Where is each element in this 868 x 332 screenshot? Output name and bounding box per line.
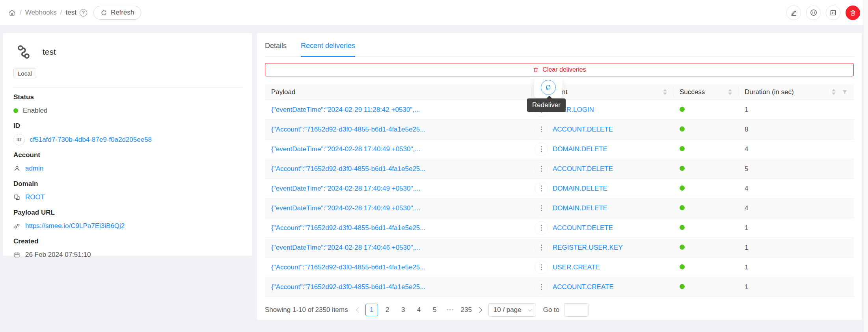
payload-link[interactable]: {"Account":"71652d92-d3f0-4855-b6d1-4fa1… (271, 126, 425, 133)
created-label: Created (13, 237, 242, 245)
tooltip-label: Redeliver (532, 101, 561, 109)
payload-link[interactable]: {"Account":"71652d92-d3f0-4855-b6d1-4fa1… (271, 263, 425, 271)
row-actions-button[interactable] (535, 123, 548, 136)
payload-link[interactable]: {"eventDateTime":"2024-02-29 11:28:42 +0… (271, 106, 420, 113)
duration-cell: 1 (738, 224, 854, 232)
row-actions-button[interactable] (535, 261, 548, 274)
payload-link[interactable]: {"eventDateTime":"2024-02-28 17:40:49 +0… (271, 185, 420, 192)
refresh-button[interactable]: Refresh (93, 6, 142, 20)
row-actions-button[interactable] (535, 241, 548, 254)
event-link[interactable]: ACCOUNT.DELETE (553, 224, 613, 232)
pager-page-4[interactable]: 4 (413, 304, 425, 316)
duration-cell: 1 (738, 244, 854, 252)
column-header-payload[interactable]: Payload (265, 84, 531, 100)
row-actions-button[interactable] (535, 143, 548, 156)
calendar-icon (13, 251, 20, 258)
success-indicator (680, 166, 685, 171)
payload-link[interactable]: {"eventDateTime":"2024-02-28 17:40:49 +0… (271, 145, 420, 153)
next-page-button[interactable] (474, 308, 484, 312)
duration-cell: 5 (738, 165, 854, 173)
success-cell (673, 283, 738, 291)
event-cell: ACCOUNT.DELETE (531, 123, 673, 136)
trash-icon (533, 67, 539, 73)
row-actions-button[interactable] (535, 221, 548, 235)
table-row: {"Account":"71652d92-d3f0-4855-b6d1-4fa1… (265, 258, 854, 277)
duration-value: 1 (745, 224, 748, 232)
row-actions-button[interactable] (535, 162, 548, 176)
row-actions-button[interactable] (535, 202, 548, 215)
table-row: {"Account":"71652d92-d3f0-4855-b6d1-4fa1… (265, 120, 854, 139)
pager-page-2[interactable]: 2 (381, 304, 394, 316)
event-link[interactable]: ACCOUNT.DELETE (553, 126, 613, 134)
account-link[interactable]: admin (25, 165, 43, 172)
payload-link[interactable]: {"Account":"71652d92-d3f0-4855-b6d1-4fa1… (271, 224, 425, 232)
domain-link[interactable]: ROOT (25, 193, 45, 201)
redeliver-button[interactable] (541, 80, 556, 95)
payload-link[interactable]: {"eventDateTime":"2024-02-28 17:40:46 +0… (271, 244, 420, 251)
pager-page-235[interactable]: 235 (460, 304, 473, 316)
breadcrumb-separator: / (20, 9, 22, 17)
event-link[interactable]: ACCOUNT.CREATE (553, 283, 614, 291)
sort-icon[interactable] (828, 89, 836, 95)
table-row: {"eventDateTime":"2024-02-28 17:40:49 +0… (265, 179, 854, 198)
test-webhook-button[interactable] (826, 6, 840, 20)
payload-url-link[interactable]: https://smee.io/C9LPa7Ei3iB6Qj2 (25, 222, 125, 230)
row-actions-button[interactable] (535, 182, 548, 195)
success-indicator (680, 185, 685, 191)
event-cell: ACCOUNT.CREATE (531, 280, 673, 294)
payload-link[interactable]: {"eventDateTime":"2024-02-28 17:40:49 +0… (271, 204, 420, 212)
event-link[interactable]: DOMAIN.DELETE (553, 204, 607, 212)
duration-cell: 1 (738, 283, 854, 291)
pagination-summary: Showing 1-10 of 2350 items (265, 306, 348, 314)
event-link[interactable]: ACCOUNT.DELETE (553, 165, 613, 173)
payload-link[interactable]: {"Account":"71652d92-d3f0-4855-b6d1-4fa1… (271, 165, 425, 172)
created-section: Created 26 Feb 2024 07:51:10 (13, 237, 242, 260)
domain-icon (13, 194, 20, 201)
column-header-success[interactable]: Success (673, 84, 738, 100)
webhook-icon (15, 43, 32, 61)
tab-recent-deliveries[interactable]: Recent deliveries (301, 42, 355, 57)
event-link[interactable]: REGISTER.USER.KEY (553, 244, 623, 252)
tab-details[interactable]: Details (265, 42, 287, 56)
payload-cell: {"Account":"71652d92-d3f0-4855-b6d1-4fa1… (265, 263, 531, 271)
success-cell (673, 126, 738, 134)
event-link[interactable]: USER.CREATE (553, 263, 600, 271)
sort-icon[interactable] (724, 89, 732, 95)
delete-button[interactable] (846, 6, 860, 20)
trash-icon (849, 9, 857, 17)
table-row: {"Account":"71652d92-d3f0-4855-b6d1-4fa1… (265, 277, 854, 297)
row-actions-popover (534, 77, 563, 98)
payload-link[interactable]: {"Account":"71652d92-d3f0-4855-b6d1-4fa1… (271, 283, 425, 291)
pause-button[interactable] (806, 6, 821, 20)
deliveries-card: Details Recent deliveries Clear deliveri… (257, 33, 862, 320)
payload-cell: {"Account":"71652d92-d3f0-4855-b6d1-4fa1… (265, 126, 531, 134)
edit-button[interactable] (786, 6, 801, 20)
breadcrumb-webhooks[interactable]: Webhooks (25, 9, 57, 17)
scrollbar[interactable] (863, 0, 868, 332)
event-link[interactable]: DOMAIN.DELETE (553, 185, 607, 193)
filter-icon[interactable] (842, 89, 848, 95)
duration-value: 4 (745, 145, 748, 153)
home-icon[interactable] (8, 9, 16, 17)
question-circle-icon[interactable]: ? (80, 9, 87, 17)
pager-page-1[interactable]: 1 (365, 304, 378, 316)
goto-page-input[interactable] (564, 303, 589, 317)
page-size-value: 10 / page (494, 306, 522, 314)
column-header-duration[interactable]: Duration (in sec) (738, 84, 854, 100)
refresh-label: Refresh (111, 9, 134, 17)
domain-section: Domain ROOT (13, 180, 242, 203)
copy-id-button[interactable] (13, 134, 25, 145)
webhook-header: test (13, 43, 242, 61)
webhook-id-link[interactable]: cf51afd7-730b-4db4-87e9-f0a2d205ee58 (30, 136, 152, 144)
sort-icon[interactable] (659, 89, 667, 95)
duration-value: 1 (745, 263, 748, 271)
clear-deliveries-button[interactable]: Clear deliveries (265, 63, 854, 76)
previous-page-button[interactable] (354, 308, 364, 312)
page-size-select[interactable]: 10 / page (488, 303, 536, 317)
pager-page-3[interactable]: 3 (397, 304, 410, 316)
pager-page-5[interactable]: 5 (428, 304, 441, 316)
success-indicator (680, 245, 685, 250)
row-actions-button[interactable] (535, 280, 548, 294)
goto-label: Go to (543, 306, 560, 314)
event-link[interactable]: DOMAIN.DELETE (553, 145, 607, 153)
